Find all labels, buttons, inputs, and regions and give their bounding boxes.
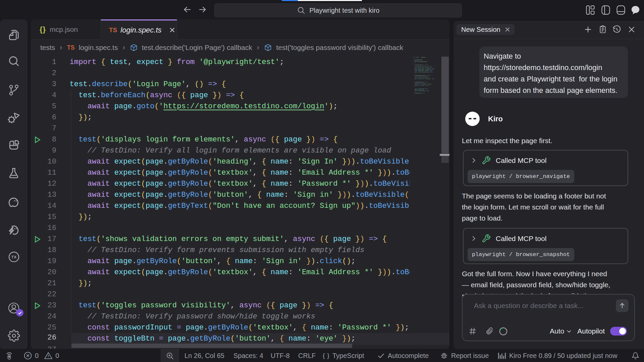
svg-text:TX: TX [11,255,17,259]
